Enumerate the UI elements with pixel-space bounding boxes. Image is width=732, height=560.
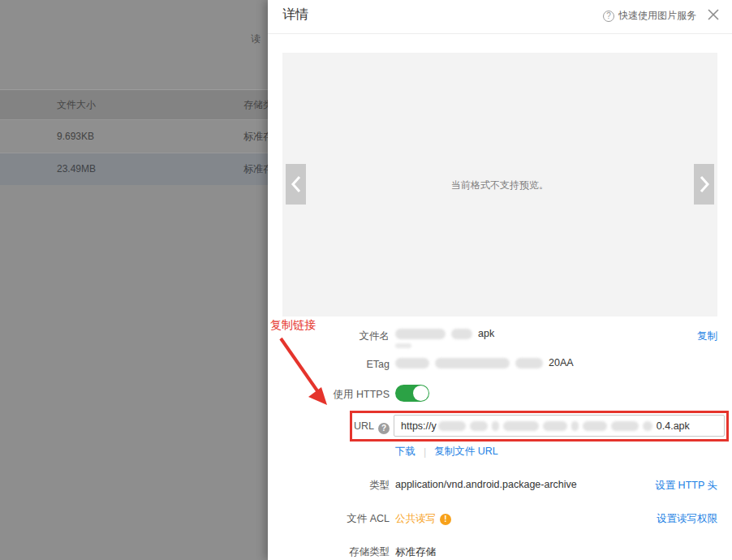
- redacted-url-blur: [643, 421, 652, 431]
- download-link[interactable]: 下载: [395, 445, 416, 459]
- type-label: 类型: [268, 479, 390, 493]
- file-preview-area: 当前格式不支持预览。: [282, 53, 717, 317]
- acl-value-text: 公共读写: [395, 512, 436, 526]
- toggle-knob: [413, 386, 428, 401]
- filename-value: apk: [395, 328, 494, 339]
- type-value: application/vnd.android.package-archive: [395, 479, 577, 490]
- redacted-etag-blur: [515, 358, 543, 368]
- preview-unsupported-message: 当前格式不支持预览。: [282, 179, 717, 192]
- url-help-icon[interactable]: ?: [378, 423, 390, 434]
- redacted-url-blur: [583, 421, 607, 431]
- copy-link-annotation: 复制链接: [270, 318, 316, 333]
- url-label: URL?: [268, 420, 390, 434]
- next-file-button[interactable]: [694, 164, 714, 205]
- https-toggle[interactable]: [395, 385, 429, 402]
- table-row[interactable]: 9.693KB 标准存: [0, 121, 268, 153]
- set-acl-permissions-link[interactable]: 设置读写权限: [657, 512, 717, 526]
- redacted-filename-blur: [395, 329, 446, 339]
- use-https-label: 使用 HTTPS: [268, 388, 390, 402]
- file-acl-value: 公共读写 !: [395, 512, 451, 526]
- redacted-etag-blur: [435, 358, 510, 368]
- redacted-url-blur: [470, 421, 488, 431]
- obscured-text-fragment: 读: [251, 32, 261, 46]
- dimmed-backdrop: 文件大小 存储类 9.693KB 标准存 23.49MB 标准存 读: [0, 0, 268, 560]
- close-icon[interactable]: [707, 8, 720, 21]
- url-input[interactable]: https://y 0.4.apk: [394, 415, 725, 437]
- storage-type-value: 标准存储: [395, 545, 436, 559]
- redacted-url-blur: [571, 421, 579, 431]
- redacted-url-blur: [611, 421, 639, 431]
- link-separator: |: [424, 446, 426, 458]
- copy-file-url-link[interactable]: 复制文件 URL: [434, 445, 497, 459]
- redacted-url-blur: [438, 421, 466, 431]
- panel-title: 详情: [282, 6, 308, 24]
- redacted-etag-blur: [395, 358, 429, 368]
- help-circle-icon: ?: [603, 11, 614, 22]
- redacted-url-blur: [543, 421, 567, 431]
- url-label-text: URL: [354, 420, 374, 432]
- panel-header: 详情 ? 快速使用图片服务: [268, 0, 732, 34]
- detail-panel: 详情 ? 快速使用图片服务 当前格式不支持预览。 文件名 apk 复制 ETag…: [268, 0, 732, 560]
- file-action-links: 下载 | 复制文件 URL: [395, 445, 498, 459]
- etag-visible-suffix: 20AA: [549, 357, 574, 368]
- column-header-file-size: 文件大小: [57, 90, 96, 120]
- file-size-cell: 9.693KB: [57, 121, 94, 153]
- set-http-headers-link[interactable]: 设置 HTTP 头: [655, 479, 717, 493]
- url-visible-prefix: https://y: [401, 420, 437, 432]
- url-visible-suffix: 0.4.apk: [657, 420, 690, 432]
- redacted-url-blur: [492, 421, 499, 431]
- redacted-filename-blur: [395, 343, 411, 348]
- file-table-header-row: 文件大小 存储类: [0, 89, 268, 120]
- table-row-selected[interactable]: 23.49MB 标准存: [0, 153, 268, 185]
- etag-label: ETag: [268, 359, 390, 370]
- redacted-filename-blur: [451, 329, 472, 339]
- warning-icon: !: [440, 514, 451, 525]
- storage-type-label: 存储类型: [268, 545, 390, 559]
- redacted-url-blur: [503, 421, 539, 431]
- quick-image-service-label: 快速使用图片服务: [618, 9, 696, 23]
- file-acl-label: 文件 ACL: [268, 512, 390, 526]
- quick-image-service-link[interactable]: ? 快速使用图片服务: [603, 9, 696, 23]
- copy-filename-link[interactable]: 复制: [697, 330, 717, 343]
- file-size-cell: 23.49MB: [57, 153, 96, 185]
- etag-value: 20AA: [395, 357, 574, 368]
- previous-file-button[interactable]: [286, 164, 306, 205]
- filename-visible-suffix: apk: [478, 328, 494, 339]
